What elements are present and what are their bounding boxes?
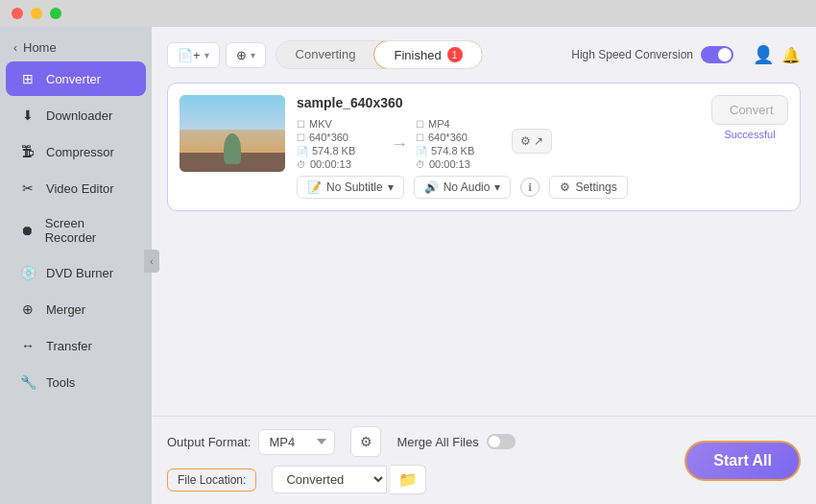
sidebar-item-converter[interactable]: ⊞ Converter — [6, 61, 146, 96]
top-left-controls: 📄+ ▾ ⊕ ▾ Converting Finished 1 — [167, 40, 483, 69]
source-duration: ⏱ 00:00:13 — [297, 158, 383, 170]
top-right-controls: High Speed Conversion 👤 🔔 — [571, 44, 801, 65]
sidebar-item-label: Tools — [46, 375, 75, 390]
merger-icon: ⊕ — [19, 300, 36, 318]
subtitle-icon: 📝 — [307, 180, 322, 194]
file-location-label: File Location: — [167, 468, 256, 492]
output-format-row: Output Format: MP4 MKV AVI MOV ⚙ Merge A… — [167, 426, 516, 457]
file-location-select[interactable]: Converted Custom... — [272, 466, 387, 493]
source-size: 📄 574.8 KB — [297, 145, 383, 156]
sidebar-item-label: DVD Burner — [46, 266, 113, 280]
sidebar: ‹ Home ⊞ Converter ⬇ Downloader 🗜 Compre… — [0, 27, 152, 504]
convert-button-area: Convert Successful — [711, 95, 788, 140]
file-settings-icon-button[interactable]: ⚙ ↗ — [512, 129, 552, 154]
chevron-left-icon: ‹ — [13, 41, 17, 55]
add-file-caret: ▾ — [204, 50, 209, 60]
settings-button[interactable]: ⚙ Settings — [549, 176, 627, 199]
output-format-label: Output Format: — [167, 435, 251, 449]
minimize-button[interactable] — [31, 8, 42, 19]
audio-icon: 🔊 — [424, 180, 439, 194]
folder-icon: 📁 — [398, 471, 418, 488]
target-resolution: ☐ 640*360 — [416, 132, 502, 143]
file-info-panel: sample_640x360 ☐ MKV ☐ 640*360 📄 — [297, 95, 692, 199]
target-duration: ⏱ 00:00:13 — [416, 158, 502, 170]
target-format: ☐ MP4 — [416, 118, 502, 130]
user-icon[interactable]: 👤 — [753, 44, 774, 65]
add-item-caret: ▾ — [251, 50, 255, 60]
target-size-icon: 📄 — [416, 146, 427, 156]
maximize-button[interactable] — [50, 8, 61, 19]
file-meta-row: ☐ MKV ☐ 640*360 📄 574.8 KB ⏱ — [297, 118, 692, 170]
dvd-burner-icon: 💿 — [19, 264, 36, 281]
output-format-select[interactable]: MP4 MKV AVI MOV — [258, 429, 335, 455]
downloader-icon: ⬇ — [19, 107, 36, 124]
close-button[interactable] — [12, 8, 23, 19]
sidebar-item-label: Transfer — [46, 339, 92, 353]
tab-converting[interactable]: Converting — [276, 41, 375, 68]
add-file-icon: 📄+ — [178, 48, 201, 62]
transfer-icon: ↔ — [19, 337, 36, 354]
subtitle-select[interactable]: 📝 No Subtitle ▾ — [297, 176, 404, 199]
sidebar-home[interactable]: ‹ Home — [0, 35, 152, 60]
target-size: 📄 574.8 KB — [416, 145, 502, 156]
duration-icon: ⏱ — [297, 159, 306, 170]
bottom-bar: Output Format: MP4 MKV AVI MOV ⚙ Merge A… — [152, 416, 816, 504]
merge-label: Merge All Files — [396, 435, 478, 449]
sidebar-collapse-button[interactable]: ‹ — [144, 250, 159, 273]
sidebar-item-merger[interactable]: ⊕ Merger — [6, 292, 146, 326]
compressor-icon: 🗜 — [19, 143, 36, 160]
add-buttons-row: 📄+ ▾ ⊕ ▾ — [167, 42, 266, 68]
file-name: sample_640x360 — [297, 95, 692, 110]
audio-caret: ▾ — [494, 180, 500, 194]
sidebar-item-screen-recorder[interactable]: ⏺ Screen Recorder — [6, 207, 146, 253]
tab-finished-label: Finished — [394, 48, 441, 62]
file-card: sample_640x360 ☐ MKV ☐ 640*360 📄 — [167, 83, 801, 211]
output-format-group: Output Format: MP4 MKV AVI MOV — [167, 429, 335, 455]
merge-toggle[interactable] — [487, 434, 516, 449]
target-res-icon: ☐ — [416, 132, 424, 143]
add-file-button[interactable]: 📄+ ▾ — [167, 42, 220, 68]
source-format: ☐ MKV — [297, 118, 383, 130]
merge-area: Merge All Files — [396, 434, 515, 449]
tab-finished[interactable]: Finished 1 — [373, 40, 482, 69]
top-bar: 📄+ ▾ ⊕ ▾ Converting Finished 1 — [167, 40, 801, 69]
source-resolution: ☐ 640*360 — [297, 132, 383, 143]
resolution-icon: ☐ — [297, 132, 305, 143]
high-speed-label: High Speed Conversion — [571, 48, 693, 61]
add-item-button[interactable]: ⊕ ▾ — [226, 42, 266, 68]
video-editor-icon: ✂ — [19, 180, 36, 197]
sidebar-item-tools[interactable]: 🔧 Tools — [6, 365, 146, 399]
source-meta: ☐ MKV ☐ 640*360 📄 574.8 KB ⏱ — [297, 118, 383, 170]
output-settings-icon[interactable]: ⚙ — [350, 426, 381, 457]
convert-button[interactable]: Convert — [711, 95, 788, 125]
settings-gear-icon: ⚙ — [560, 180, 570, 194]
convert-arrow-icon: → — [383, 134, 416, 155]
sidebar-item-label: Converter — [46, 72, 101, 86]
notification-icon[interactable]: 🔔 — [781, 46, 801, 64]
target-format-icon: ☐ — [416, 119, 424, 130]
file-location-folder-button[interactable]: 📁 — [391, 465, 426, 494]
file-options-row: 📝 No Subtitle ▾ 🔊 No Audio ▾ ℹ ⚙ Setting… — [297, 176, 692, 199]
file-thumbnail — [180, 95, 285, 172]
sidebar-item-downloader[interactable]: ⬇ Downloader — [6, 98, 146, 132]
sidebar-item-dvd-burner[interactable]: 💿 DVD Burner — [6, 255, 146, 290]
sidebar-item-video-editor[interactable]: ✂ Video Editor — [6, 171, 146, 205]
target-meta: ☐ MP4 ☐ 640*360 📄 574.8 KB ⏱ — [416, 118, 502, 170]
conversion-status: Successful — [724, 129, 775, 140]
sidebar-item-compressor[interactable]: 🗜 Compressor — [6, 134, 146, 169]
sidebar-item-label: Merger — [46, 302, 85, 317]
sidebar-home-label: Home — [23, 40, 57, 55]
sidebar-item-transfer[interactable]: ↔ Transfer — [6, 328, 146, 363]
info-button[interactable]: ℹ — [520, 178, 540, 197]
main-content: 📄+ ▾ ⊕ ▾ Converting Finished 1 — [152, 27, 816, 504]
location-select-wrapper: Converted Custom... 📁 — [272, 465, 426, 494]
tools-icon: 🔧 — [19, 373, 36, 391]
converter-icon: ⊞ — [19, 70, 36, 87]
bottom-left-section: Output Format: MP4 MKV AVI MOV ⚙ Merge A… — [167, 426, 516, 494]
start-all-button[interactable]: Start All — [684, 441, 801, 481]
screen-recorder-icon: ⏺ — [19, 222, 36, 239]
audio-select[interactable]: 🔊 No Audio ▾ — [414, 176, 512, 199]
sidebar-item-label: Screen Recorder — [45, 216, 132, 245]
target-dur-icon: ⏱ — [416, 159, 425, 170]
high-speed-toggle[interactable] — [701, 46, 733, 63]
